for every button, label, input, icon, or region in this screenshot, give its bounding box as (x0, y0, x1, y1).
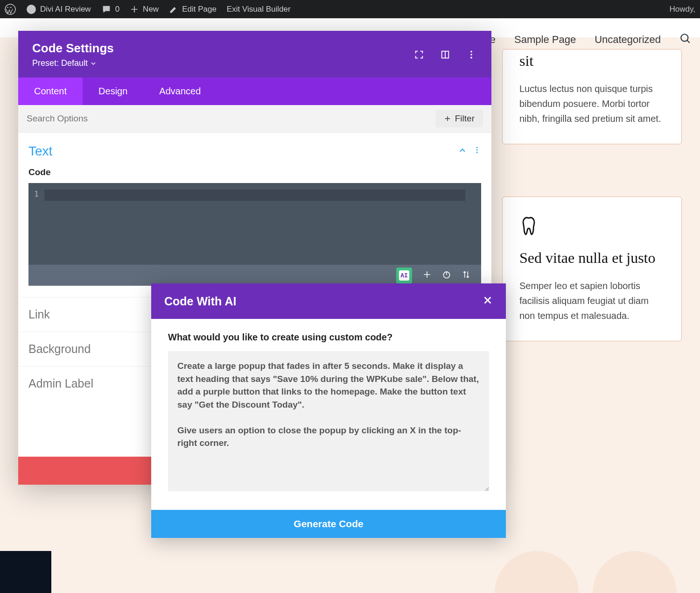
wp-menu[interactable] (5, 4, 16, 15)
options-bar: Filter (18, 105, 491, 133)
editor-toolbar: AI (28, 265, 481, 286)
card-heading: Sed vitae nulla et justo (519, 248, 665, 268)
ai-prompt-textarea[interactable] (168, 351, 489, 491)
power-icon (442, 270, 451, 279)
svg-point-9 (476, 152, 478, 153)
wordpress-icon (5, 4, 16, 15)
svg-point-8 (476, 149, 478, 151)
decorative-circle (495, 551, 579, 593)
new-label: New (143, 5, 159, 14)
text-section: Text Code 1 AI (18, 133, 491, 297)
ai-button[interactable]: AI (396, 268, 412, 283)
plus-icon (444, 115, 451, 122)
gauge-icon (26, 4, 36, 14)
svg-point-6 (470, 57, 472, 59)
edit-page-label: Edit Page (182, 5, 217, 14)
kebab-menu-icon[interactable] (465, 49, 477, 61)
feature-card: sit Luctus lectus non quisque turpis bib… (502, 49, 682, 144)
power-button[interactable] (442, 270, 451, 281)
admin-bar: Divi AI Review 0 New Edit Page Exit Visu… (0, 0, 700, 18)
filter-button[interactable]: Filter (435, 110, 483, 127)
section-title[interactable]: Text (28, 144, 52, 159)
close-icon (483, 295, 493, 305)
exit-vb-label: Exit Visual Builder (227, 5, 291, 14)
code-field-label: Code (28, 167, 481, 177)
modal-title: Code Settings (32, 41, 114, 56)
preset-dropdown[interactable]: Preset: Default (32, 58, 114, 68)
expand-icon[interactable] (413, 49, 425, 61)
plus-icon (422, 270, 432, 279)
ai-prompt-label: What would you like to create using cust… (168, 332, 489, 343)
ai-badge: AI (399, 270, 409, 281)
exit-visual-builder[interactable]: Exit Visual Builder (227, 5, 291, 14)
comments-count: 0 (115, 5, 119, 14)
tab-content[interactable]: Content (18, 78, 83, 105)
code-editor[interactable]: 1 AI (28, 183, 481, 286)
search-input[interactable] (27, 110, 435, 127)
pencil-icon (169, 5, 178, 14)
generate-code-button[interactable]: Generate Code (151, 510, 506, 538)
site-name[interactable]: Divi AI Review (26, 4, 91, 14)
active-line (44, 190, 465, 201)
svg-point-5 (470, 54, 472, 56)
comment-icon (101, 4, 112, 14)
close-button[interactable] (483, 294, 493, 309)
site-primary-nav: ple Sample Page Uncategorized (482, 19, 692, 61)
nav-item-uncategorized[interactable]: Uncategorized (595, 34, 661, 46)
preset-label: Preset: Default (32, 58, 88, 68)
line-number: 1 (28, 183, 44, 265)
modal-header: Code Settings Preset: Default (18, 31, 491, 78)
svg-point-2 (681, 34, 688, 41)
caret-down-icon (91, 61, 96, 66)
tab-design[interactable]: Design (83, 78, 143, 105)
modal-tabs: Content Design Advanced (18, 78, 491, 105)
filter-label: Filter (455, 113, 475, 124)
user-greeting[interactable]: Howdy, (670, 5, 695, 14)
feature-card: Sed vitae nulla et justo Semper leo et s… (502, 197, 682, 341)
swap-icon (462, 270, 471, 279)
svg-point-4 (470, 51, 472, 53)
decorative-circle (593, 551, 677, 593)
add-button[interactable] (422, 270, 432, 281)
comments-link[interactable]: 0 (101, 4, 119, 14)
tooth-icon (519, 215, 665, 242)
plus-icon (130, 5, 139, 14)
ai-popup-header: Code With AI (151, 283, 506, 319)
search-icon[interactable] (679, 33, 692, 47)
ai-popup-title: Code With AI (164, 295, 236, 308)
snap-icon[interactable] (439, 49, 451, 61)
decorative-corner (0, 551, 51, 593)
card-body: Luctus lectus non quisque turpis bibendu… (519, 81, 665, 126)
kebab-menu-icon (473, 146, 481, 154)
section-menu[interactable] (473, 146, 481, 157)
edit-page-link[interactable]: Edit Page (169, 5, 217, 14)
new-content-menu[interactable]: New (130, 5, 159, 14)
collapse-toggle[interactable] (458, 146, 467, 157)
ai-popup-body: What would you like to create using cust… (151, 319, 506, 510)
tab-advanced[interactable]: Advanced (143, 78, 217, 105)
code-with-ai-popup: Code With AI What would you like to crea… (151, 283, 506, 538)
nav-item-sample-page[interactable]: Sample Page (514, 34, 576, 46)
chevron-up-icon (458, 146, 467, 155)
site-title-text: Divi AI Review (40, 5, 91, 14)
swap-button[interactable] (462, 270, 471, 281)
card-body: Semper leo et sapien lobortis facilisis … (519, 278, 665, 323)
svg-point-7 (476, 147, 478, 148)
